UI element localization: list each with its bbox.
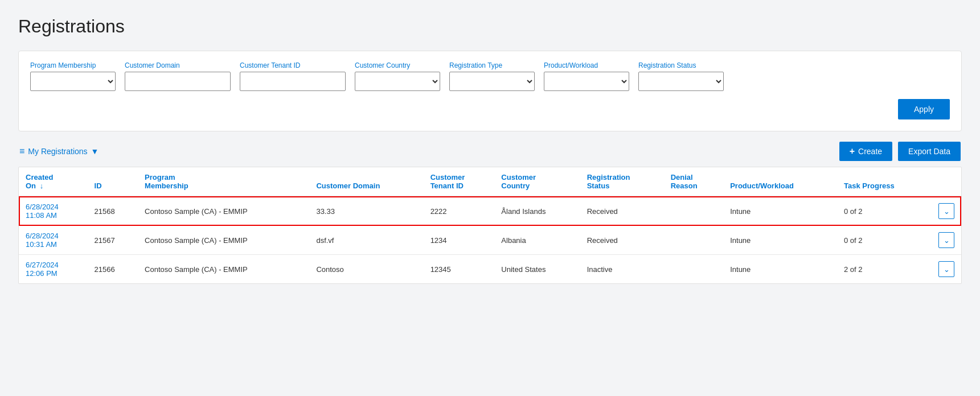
product-workload-select[interactable] xyxy=(544,72,629,91)
cell-product-workload: Intune xyxy=(723,255,837,284)
expand-button[interactable]: ⌄ xyxy=(938,232,954,248)
col-registration-status[interactable]: RegistrationStatus xyxy=(580,167,664,196)
col-customer-country[interactable]: CustomerCountry xyxy=(494,167,580,196)
cell-expand: ⌄ xyxy=(932,196,961,226)
col-denial-reason[interactable]: DenialReason xyxy=(664,167,724,196)
cell-registration-status: Received xyxy=(580,226,664,255)
cell-created-on: 6/28/202410:31 AM xyxy=(19,226,88,255)
cell-program-membership: Contoso Sample (CA) - EMMIP xyxy=(138,255,309,284)
cell-customer-country: Åland Islands xyxy=(494,196,580,226)
cell-customer-tenant-id: 1234 xyxy=(424,226,495,255)
registration-status-field: Registration Status xyxy=(638,61,724,91)
col-created-on[interactable]: CreatedOn ↓ xyxy=(19,167,88,196)
sort-arrow-icon: ↓ xyxy=(40,182,44,190)
cell-denial-reason xyxy=(664,255,724,284)
customer-domain-field: Customer Domain xyxy=(125,61,231,91)
chevron-down-icon: ▼ xyxy=(91,147,99,156)
cell-denial-reason xyxy=(664,196,724,226)
col-id[interactable]: ID xyxy=(88,167,138,196)
list-icon: ≡ xyxy=(19,146,24,156)
my-registrations-button[interactable]: ≡ My Registrations ▼ xyxy=(19,144,99,159)
col-program-membership[interactable]: ProgramMembership xyxy=(138,167,309,196)
table-row: 6/28/202411:08 AM 21568 Contoso Sample (… xyxy=(19,196,961,226)
create-label: Create xyxy=(858,147,882,156)
registration-status-label: Registration Status xyxy=(638,61,724,69)
table-toolbar: ≡ My Registrations ▼ + Create Export Dat… xyxy=(18,142,962,161)
filter-bar: Program Membership Customer Domain Custo… xyxy=(18,51,962,131)
date-link[interactable]: 6/27/202412:06 PM xyxy=(26,261,59,278)
table-container: CreatedOn ↓ ID ProgramMembership Custome… xyxy=(18,167,962,284)
cell-id: 21568 xyxy=(88,196,138,226)
cell-registration-status: Inactive xyxy=(580,255,664,284)
program-membership-field: Program Membership xyxy=(30,61,116,91)
customer-tenant-id-input[interactable] xyxy=(240,72,346,91)
col-customer-tenant-id[interactable]: CustomerTenant ID xyxy=(424,167,495,196)
cell-created-on: 6/28/202411:08 AM xyxy=(19,196,88,226)
product-workload-label: Product/Workload xyxy=(544,61,629,69)
cell-task-progress: 0 of 2 xyxy=(837,196,932,226)
customer-domain-input[interactable] xyxy=(125,72,231,91)
my-registrations-label: My Registrations xyxy=(28,147,87,156)
cell-id: 21566 xyxy=(88,255,138,284)
table-body: 6/28/202411:08 AM 21568 Contoso Sample (… xyxy=(19,196,961,283)
registration-status-select[interactable] xyxy=(638,72,724,91)
cell-denial-reason xyxy=(664,226,724,255)
cell-customer-country: Albania xyxy=(494,226,580,255)
col-task-progress[interactable]: Task Progress xyxy=(837,167,932,196)
create-button[interactable]: + Create xyxy=(839,142,892,161)
table-header-row: CreatedOn ↓ ID ProgramMembership Custome… xyxy=(19,167,961,196)
apply-button[interactable]: Apply xyxy=(898,99,950,119)
customer-country-field: Customer Country xyxy=(355,61,440,91)
cell-customer-domain: Contoso xyxy=(309,255,423,284)
cell-task-progress: 0 of 2 xyxy=(837,226,932,255)
date-link[interactable]: 6/28/202411:08 AM xyxy=(26,203,59,220)
date-link[interactable]: 6/28/202410:31 AM xyxy=(26,232,59,249)
registration-type-label: Registration Type xyxy=(449,61,535,69)
cell-customer-country: United States xyxy=(494,255,580,284)
cell-customer-tenant-id: 12345 xyxy=(424,255,495,284)
expand-button[interactable]: ⌄ xyxy=(938,203,954,219)
registrations-table: CreatedOn ↓ ID ProgramMembership Custome… xyxy=(19,167,961,283)
cell-program-membership: Contoso Sample (CA) - EMMIP xyxy=(138,226,309,255)
cell-expand: ⌄ xyxy=(932,226,961,255)
registration-type-field: Registration Type xyxy=(449,61,535,91)
table-row: 6/27/202412:06 PM 21566 Contoso Sample (… xyxy=(19,255,961,284)
plus-icon: + xyxy=(850,146,855,156)
col-expand xyxy=(932,167,961,196)
cell-program-membership: Contoso Sample (CA) - EMMIP xyxy=(138,196,309,226)
customer-country-label: Customer Country xyxy=(355,61,440,69)
cell-product-workload: Intune xyxy=(723,196,837,226)
col-product-workload[interactable]: Product/Workload xyxy=(723,167,837,196)
cell-customer-domain: dsf.vf xyxy=(309,226,423,255)
customer-country-select[interactable] xyxy=(355,72,440,91)
cell-expand: ⌄ xyxy=(932,255,961,284)
cell-product-workload: Intune xyxy=(723,226,837,255)
toolbar-right: + Create Export Data xyxy=(839,142,961,161)
program-membership-select[interactable] xyxy=(30,72,116,91)
page-container: Registrations Program Membership Custome… xyxy=(0,0,980,396)
expand-button[interactable]: ⌄ xyxy=(938,261,954,277)
cell-registration-status: Received xyxy=(580,196,664,226)
filter-row: Program Membership Customer Domain Custo… xyxy=(30,61,950,91)
page-title: Registrations xyxy=(18,16,962,37)
cell-task-progress: 2 of 2 xyxy=(837,255,932,284)
customer-tenant-id-field: Customer Tenant ID xyxy=(240,61,346,91)
cell-customer-tenant-id: 2222 xyxy=(424,196,495,226)
customer-domain-label: Customer Domain xyxy=(125,61,231,69)
table-row: 6/28/202410:31 AM 21567 Contoso Sample (… xyxy=(19,226,961,255)
program-membership-label: Program Membership xyxy=(30,61,116,69)
customer-tenant-id-label: Customer Tenant ID xyxy=(240,61,346,69)
col-customer-domain[interactable]: Customer Domain xyxy=(309,167,423,196)
export-button[interactable]: Export Data xyxy=(898,142,961,161)
registration-type-select[interactable] xyxy=(449,72,535,91)
cell-created-on: 6/27/202412:06 PM xyxy=(19,255,88,284)
apply-row: Apply xyxy=(30,99,950,119)
cell-id: 21567 xyxy=(88,226,138,255)
cell-customer-domain: 33.33 xyxy=(309,196,423,226)
product-workload-field: Product/Workload xyxy=(544,61,629,91)
